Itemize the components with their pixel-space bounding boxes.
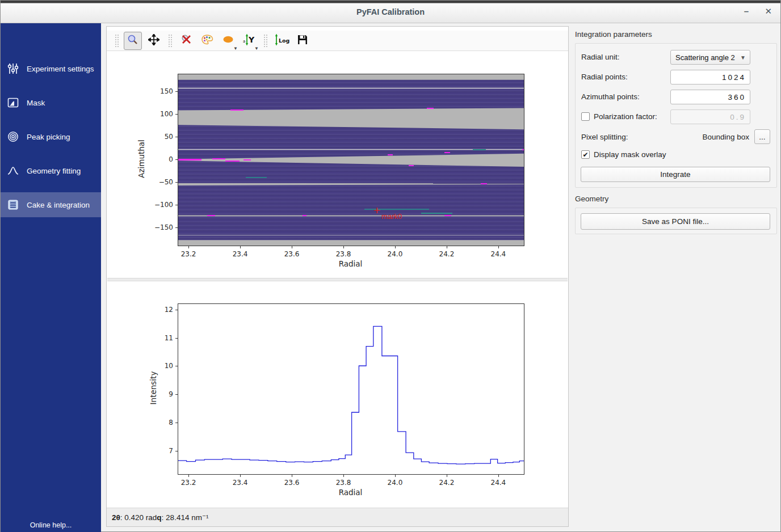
- mask-overlay-label: Display mask overlay: [594, 150, 666, 159]
- sidebar-item-experiment-settings[interactable]: Experiment settings: [1, 56, 101, 81]
- hot-pixel: [473, 149, 486, 150]
- hot-pixel: [444, 215, 451, 216]
- x-tick-label: 23.4: [233, 479, 248, 487]
- y-tick-label: 7: [114, 447, 173, 455]
- pan-arrows-icon: [148, 34, 159, 48]
- azimuthal-points-input[interactable]: [670, 90, 750, 104]
- close-button[interactable]: ✕: [765, 7, 772, 15]
- x-tick-label: 24.4: [491, 479, 506, 487]
- y-tick-label: 150: [114, 87, 173, 95]
- minimize-button[interactable]: –: [744, 7, 749, 15]
- sidebar-items: Experiment settingsMaskPeak pickingGeome…: [1, 56, 101, 226]
- x-tick: [447, 475, 447, 477]
- x-tick: [188, 475, 189, 477]
- pan-mode-button[interactable]: [145, 32, 163, 50]
- y-tick: [175, 423, 178, 423]
- hot-pixel: [522, 149, 524, 150]
- sidebar-item-peak-picking[interactable]: Peak picking: [1, 124, 101, 149]
- intensity-axes: [178, 303, 524, 475]
- toolbar-grip: [115, 34, 119, 48]
- log-scale-button[interactable]: Log: [272, 32, 291, 50]
- hot-pixel: [481, 183, 487, 184]
- reset-zoom-button[interactable]: [177, 32, 195, 50]
- svg-text:Y: Y: [248, 35, 255, 44]
- y-axis-orientation-button[interactable]: aY▼: [240, 32, 258, 50]
- sidebar-item-mask[interactable]: Mask: [1, 90, 101, 115]
- cake-image-plot[interactable]: +mark023.223.423.623.824.024.224.4150100…: [107, 52, 568, 278]
- x-tick: [498, 475, 499, 477]
- chevron-down-icon: ▼: [233, 46, 238, 51]
- y-tick: [175, 451, 178, 451]
- settings-panel: Integration parameters Radial unit: Scat…: [574, 23, 781, 532]
- x-tick: [292, 475, 292, 477]
- y-tick: [175, 227, 178, 228]
- colormap-button[interactable]: [198, 32, 216, 50]
- sidebar-item-geometry-fitting[interactable]: Geometry fitting: [1, 158, 101, 183]
- y-axis-label: Azimuthal: [137, 119, 146, 199]
- save-poni-button[interactable]: Save as PONI file...: [581, 213, 770, 230]
- pyfai-window: PyFAI Calibration – ✕ Experiment setting…: [0, 0, 781, 532]
- geometry-group: Save as PONI file...: [575, 208, 777, 234]
- x-axis-label: Radial: [294, 488, 408, 497]
- radial-unit-value: Scattering angle 2: [671, 53, 736, 62]
- x-tick: [343, 246, 344, 248]
- zoom-mode-button[interactable]: [124, 32, 142, 50]
- cake-axes: +mark0: [178, 74, 524, 246]
- save-button[interactable]: [293, 32, 312, 50]
- sidebar-item-cake-integration[interactable]: Cake & integration: [1, 192, 101, 217]
- palette-icon: [201, 34, 213, 48]
- peak-marker-cross: +: [373, 205, 380, 216]
- x-tick-label: 23.8: [336, 479, 351, 487]
- peak-marker-label: mark0: [381, 212, 402, 221]
- status-text: 2θ: [112, 513, 120, 522]
- y-tick: [175, 366, 178, 366]
- log-scale-icon: Log: [274, 33, 289, 48]
- pixel-splitting-more-button[interactable]: ...: [754, 129, 770, 144]
- x-tick-label: 24.2: [439, 250, 455, 258]
- online-help-link[interactable]: Online help...: [1, 521, 101, 529]
- status-text: q: [157, 513, 161, 522]
- save-icon: [297, 34, 308, 48]
- sidebar-item-label: Mask: [27, 99, 45, 107]
- geometry-title: Geometry: [575, 195, 608, 203]
- window-title: PyFAI Calibration: [1, 7, 780, 16]
- sidebar-item-label: Geometry fitting: [27, 167, 81, 175]
- azimuthal-points-label: Azimuthal points:: [581, 92, 640, 101]
- x-tick: [498, 246, 499, 248]
- y-tick-label: 11: [114, 334, 173, 342]
- hot-pixel: [444, 152, 450, 153]
- y-tick: [175, 91, 178, 92]
- hot-pixel: [427, 108, 434, 109]
- polarization-input[interactable]: [670, 109, 750, 124]
- toolbar-grip: [263, 34, 267, 48]
- hot-pixel: [388, 154, 393, 155]
- y-tick: [175, 205, 178, 205]
- y-tick: [175, 114, 178, 115]
- radial-unit-select[interactable]: Scattering angle 2 ▼: [670, 50, 750, 65]
- polarization-checkbox[interactable]: [581, 112, 590, 121]
- chevron-down-icon: ▼: [736, 54, 750, 61]
- titlebar: PyFAI Calibration – ✕: [1, 1, 780, 23]
- mask-overlay-checkbox[interactable]: ✔: [581, 150, 590, 159]
- svg-text:Log: Log: [279, 37, 289, 43]
- x-tick-label: 23.6: [284, 250, 300, 258]
- hot-pixel: [421, 213, 452, 214]
- polarization-label: Polarization factor:: [594, 112, 657, 121]
- hot-pixel: [207, 215, 215, 216]
- integrated-curve-plot[interactable]: 23.223.423.623.824.024.224.4789101112Rad…: [107, 281, 568, 508]
- integrate-button[interactable]: Integrate: [581, 167, 770, 182]
- pixel-splitting-label: Pixel splitting:: [581, 133, 628, 141]
- mask-display-button[interactable]: ▼: [219, 32, 237, 50]
- hot-pixel: [246, 177, 266, 178]
- radial-points-label: Radial points:: [581, 73, 628, 81]
- x-tick: [395, 246, 396, 248]
- y-tick-label: 100: [114, 110, 173, 118]
- x-tick-label: 23.8: [336, 250, 351, 258]
- sliders-icon: [7, 62, 19, 75]
- x-tick: [395, 475, 396, 477]
- y-tick: [175, 182, 178, 183]
- radial-points-input[interactable]: [670, 70, 750, 85]
- x-tick: [240, 475, 241, 477]
- ellipse-icon: [222, 34, 234, 48]
- x-tick-label: 24.0: [388, 479, 403, 487]
